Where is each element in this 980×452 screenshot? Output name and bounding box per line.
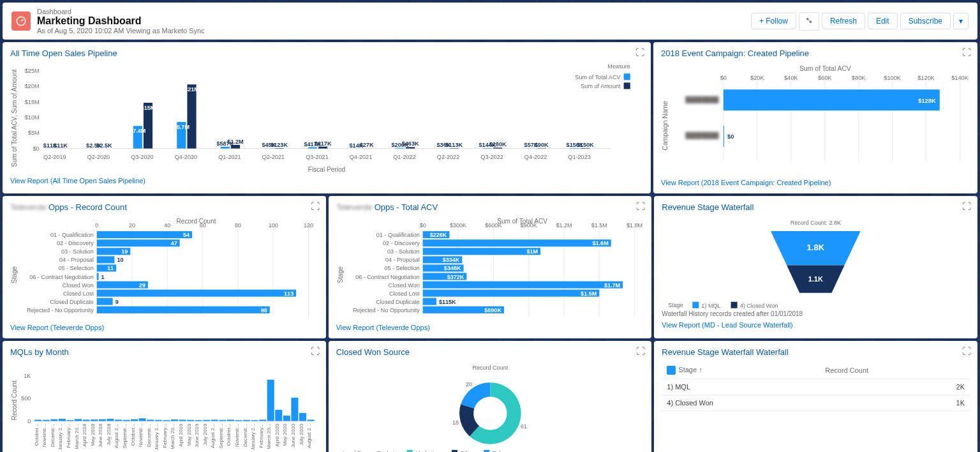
card-title-opps-count: Televerde Opps - Record Count	[10, 202, 318, 212]
svg-rect-204	[693, 302, 699, 308]
svg-text:February...: February...	[258, 423, 264, 448]
subscribe-button[interactable]: Subscribe	[900, 13, 951, 29]
svg-text:June 2019: June 2019	[194, 423, 200, 448]
svg-rect-249	[179, 419, 186, 421]
more-actions-button[interactable]: ▾	[953, 13, 969, 29]
svg-text:Q3-2021: Q3-2021	[306, 154, 328, 160]
view-report-opps-count[interactable]: View Report (Televerde Opps)	[10, 324, 104, 331]
svg-text:$1M: $1M	[526, 248, 538, 255]
svg-text:Record Count: Record Count	[472, 365, 508, 371]
view-report-waterfall[interactable]: View Report (MD - Lead Source Waterfall)	[662, 321, 792, 329]
svg-rect-144	[97, 290, 296, 297]
svg-text:Closed Won: Closed Won	[388, 282, 419, 289]
svg-text:May 2018: May 2018	[90, 423, 96, 446]
svg-rect-229	[99, 419, 106, 421]
card-mql: ⛶ MQLs by Month Record Count 05001K Octo…	[3, 341, 326, 452]
svg-text:03 - Solution: 03 - Solution	[387, 248, 420, 255]
svg-rect-76	[570, 148, 579, 149]
svg-text:Q2-2021: Q2-2021	[262, 154, 285, 160]
svg-text:Q4-2022: Q4-2022	[524, 154, 547, 160]
view-report-opps-acv[interactable]: View Report (Televerde Opps)	[336, 324, 430, 331]
svg-text:Septemb...: Septemb...	[218, 423, 224, 448]
expand-icon[interactable]: ⛶	[962, 201, 971, 211]
svg-text:$463K: $463K	[402, 140, 419, 147]
svg-text:Stage: Stage	[337, 266, 344, 283]
svg-text:19: 19	[121, 248, 128, 255]
svg-text:54: 54	[183, 232, 189, 238]
card-opps-acv: ⛶ Televerde Opps - Total ACV Stage Sum o…	[329, 196, 652, 338]
svg-text:$128K: $128K	[918, 98, 936, 104]
svg-text:02 - Discovery: 02 - Discovery	[57, 240, 94, 246]
svg-text:$80K: $80K	[852, 75, 866, 81]
svg-text:Closed Duplicate: Closed Duplicate	[376, 299, 419, 305]
expand-icon[interactable]: ⛶	[311, 201, 320, 211]
expand-icon[interactable]: ⛶	[311, 346, 320, 356]
svg-rect-193	[422, 298, 436, 305]
svg-text:06 - Contract Negotiation: 06 - Contract Negotiation	[29, 274, 93, 280]
expand-icon[interactable]: ⛶	[636, 346, 645, 356]
edit-button[interactable]: Edit	[868, 13, 898, 29]
svg-text:29: 29	[139, 282, 145, 289]
svg-text:$1.7M: $1.7M	[604, 282, 620, 289]
svg-text:Closed Lost: Closed Lost	[63, 290, 94, 297]
view-report-pipeline[interactable]: View Report (All Time Open Sales Pipelin…	[10, 177, 145, 185]
svg-text:Q4-2020: Q4-2020	[175, 154, 197, 160]
svg-text:$372K: $372K	[447, 274, 464, 280]
svg-text:May 2020: May 2020	[282, 423, 288, 446]
svg-rect-227	[91, 419, 98, 421]
svg-text:$113K: $113K	[445, 142, 463, 148]
follow-button[interactable]: + Follow	[751, 13, 796, 29]
stage-col-icon	[667, 366, 676, 375]
svg-text:05 - Selection: 05 - Selection	[58, 266, 93, 272]
svg-text:Rejected - No Opportunity: Rejected - No Opportunity	[27, 307, 94, 313]
svg-rect-7	[624, 82, 630, 89]
svg-rect-259	[219, 420, 226, 421]
svg-rect-206	[731, 302, 738, 308]
svg-text:20: 20	[129, 222, 135, 229]
refresh-button[interactable]: Refresh	[822, 13, 865, 29]
svg-text:$1.8M: $1.8M	[627, 222, 642, 229]
view-report-event[interactable]: View Report (2018 Event Campaign: Create…	[661, 179, 831, 186]
svg-text:04 - Proposal: 04 - Proposal	[385, 257, 420, 263]
col-record-count[interactable]: Record Count	[820, 362, 970, 379]
svg-text:Stage: Stage	[668, 302, 683, 308]
card-title-opps-acv: Televerde Opps - Total ACV	[336, 202, 644, 212]
expand-icon[interactable]: ⛶	[635, 47, 644, 57]
svg-text:04 - Proposal: 04 - Proposal	[59, 257, 94, 263]
svg-text:February...: February...	[66, 423, 71, 448]
col-stage[interactable]: Stage ↑	[662, 362, 820, 379]
svg-text:Decemb...: Decemb...	[146, 423, 152, 447]
svg-text:20: 20	[466, 381, 472, 388]
breadcrumb: Dashboard	[37, 8, 205, 15]
svg-text:Decemb...: Decemb...	[50, 423, 56, 447]
svg-text:98: 98	[261, 307, 267, 313]
svg-rect-126	[97, 239, 180, 246]
svg-text:$5M: $5M	[28, 130, 40, 136]
svg-text:$15M: $15M	[25, 99, 40, 105]
svg-text:April 2019: April 2019	[178, 423, 184, 447]
page-subtitle: As of Aug 5, 2020 10:02 AM Viewing as Ma…	[37, 27, 205, 34]
svg-text:$27K: $27K	[360, 142, 374, 148]
chart-event: Sum of Total ACV Campaign Name $0$20K$40…	[661, 63, 970, 175]
svg-text:August 2...: August 2...	[210, 423, 216, 448]
svg-rect-269	[259, 419, 266, 421]
svg-rect-101	[724, 89, 940, 110]
svg-text:$90K: $90K	[535, 142, 549, 148]
collaborate-icon-button[interactable]	[799, 12, 819, 31]
svg-text:May 2019: May 2019	[186, 423, 192, 446]
expand-icon[interactable]: ⛶	[962, 47, 971, 57]
svg-text:$0: $0	[33, 146, 39, 152]
svg-text:Septemb...: Septemb...	[122, 423, 128, 448]
svg-text:July 2018: July 2018	[106, 423, 112, 446]
svg-rect-237	[131, 419, 138, 421]
svg-text:$900K: $900K	[520, 222, 537, 229]
svg-text:$1.2M: $1.2M	[556, 222, 572, 229]
expand-icon[interactable]: ⛶	[962, 346, 971, 356]
svg-text:11: 11	[107, 266, 114, 272]
collaborate-icon	[805, 16, 813, 25]
expand-icon[interactable]: ⛶	[636, 201, 645, 211]
svg-text:████████: ████████	[685, 132, 719, 139]
svg-text:18: 18	[452, 419, 459, 426]
waterfall-table: Stage ↑ Record Count 1) MQL2K 4) Closed …	[662, 362, 970, 411]
card-waterfall-table: ⛶ Revenue Stage Waterfall Waterfall Stag…	[654, 341, 977, 452]
